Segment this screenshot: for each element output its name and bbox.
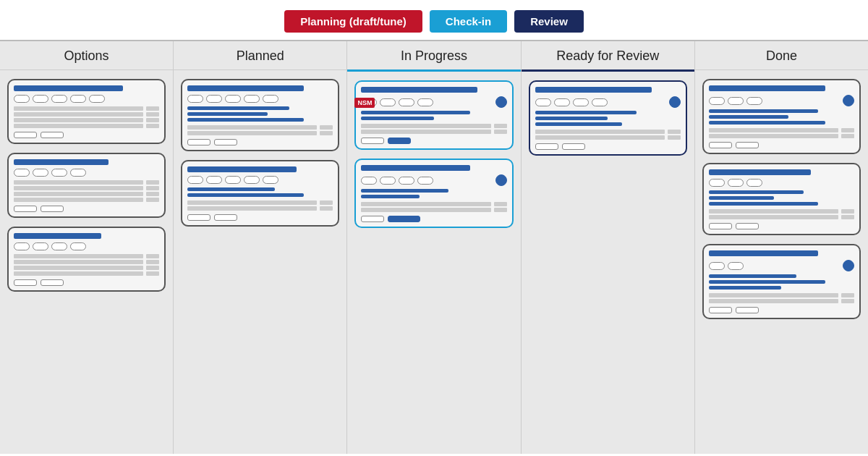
card-options-3[interactable] [7,227,166,292]
legend-planning[interactable]: Planning (draft/tune) [284,10,422,33]
oval [746,179,762,187]
oval [592,98,608,106]
card-ovals [709,97,762,105]
card-lines [361,111,506,120]
card-foot-btn-blue[interactable] [388,216,420,222]
card-row [14,198,159,202]
card-row [709,299,854,303]
col-header-done: Done [695,41,868,70]
card-line [709,109,818,113]
oval [709,262,725,270]
card-footer [361,138,506,144]
oval [51,169,67,177]
card-foot-btn[interactable] [187,214,210,221]
card-foot-btn[interactable] [361,216,384,222]
legend-review[interactable]: Review [514,10,584,33]
card-row [709,215,854,219]
card-foot-btn[interactable] [214,139,237,145]
status-oval-blue [669,96,681,108]
card-foot-btn[interactable] [709,223,732,229]
card-foot-btn[interactable] [736,307,759,313]
card-inprogress-1[interactable]: NSM [354,80,513,150]
card-done-2[interactable] [702,163,861,235]
card-rows [709,128,854,138]
card-ovals [709,179,854,187]
oval [399,177,414,185]
card-foot-btn[interactable] [41,206,64,212]
oval [263,95,278,103]
card-line [361,117,434,120]
status-oval-blue [495,96,507,108]
card-line [361,189,448,193]
card-foot-btn[interactable] [41,132,64,138]
card-foot-btn[interactable] [187,139,210,145]
card-row [14,112,159,117]
card-row [187,131,333,135]
card-foot-btn[interactable] [14,132,37,138]
card-row [14,106,159,111]
card-foot-btn[interactable] [736,142,759,148]
card-rows [361,124,506,134]
col-header-planned: Planned [174,41,346,70]
card-foot-btn[interactable] [535,143,558,150]
card-ovals [14,169,159,177]
card-lines [709,190,854,206]
card-top-bar [187,166,297,172]
kanban-board: Options [0,40,868,454]
oval [535,98,551,106]
column-options: Options [0,41,174,454]
card-row [14,186,159,190]
card-lines [709,109,854,124]
card-footer [709,223,854,229]
card-inprogress-2[interactable] [354,159,513,228]
card-footer [14,206,159,212]
card-row [14,180,159,185]
oval [33,242,48,250]
card-footer [14,132,159,138]
oval [89,95,105,103]
card-ovals [361,177,433,185]
card-ovals [14,242,159,250]
card-planned-2[interactable] [181,160,339,227]
card-foot-btn[interactable] [361,138,384,144]
oval [380,98,396,106]
card-top-bar [14,233,101,239]
card-done-1[interactable] [702,79,861,154]
oval [361,177,377,185]
card-foot-btn[interactable] [41,279,64,286]
card-foot-btn[interactable] [14,279,37,286]
card-foot-btn-blue[interactable] [388,138,411,144]
card-planned-1[interactable] [181,79,339,151]
oval [709,179,725,187]
card-row [535,135,681,140]
card-line [709,280,825,284]
oval [728,179,744,187]
card-lines [187,106,333,122]
card-options-2[interactable] [7,153,166,218]
card-foot-btn[interactable] [562,143,585,150]
card-row [709,128,854,132]
card-options-1[interactable] [7,79,166,144]
card-foot-btn[interactable] [709,307,732,313]
card-footer [361,216,506,222]
card-row [187,206,333,211]
oval [417,98,433,106]
card-foot-btn[interactable] [709,142,732,148]
card-ovals [14,95,159,103]
card-foot-btn[interactable] [14,206,37,212]
status-oval-blue [495,174,507,186]
card-top-bar [361,87,477,93]
card-top-bar [187,85,304,91]
card-foot-btn[interactable] [736,223,759,229]
card-row [709,293,854,297]
card-review-1[interactable] [529,80,687,156]
card-rows [187,125,333,135]
legend-checkin[interactable]: Check-in [430,10,507,33]
card-foot-btn[interactable] [214,214,237,221]
col-body-planned [174,70,346,454]
card-line [709,115,789,119]
card-line [709,274,796,278]
card-line [187,187,275,191]
card-ovals [709,262,744,270]
card-done-3[interactable] [702,244,861,319]
